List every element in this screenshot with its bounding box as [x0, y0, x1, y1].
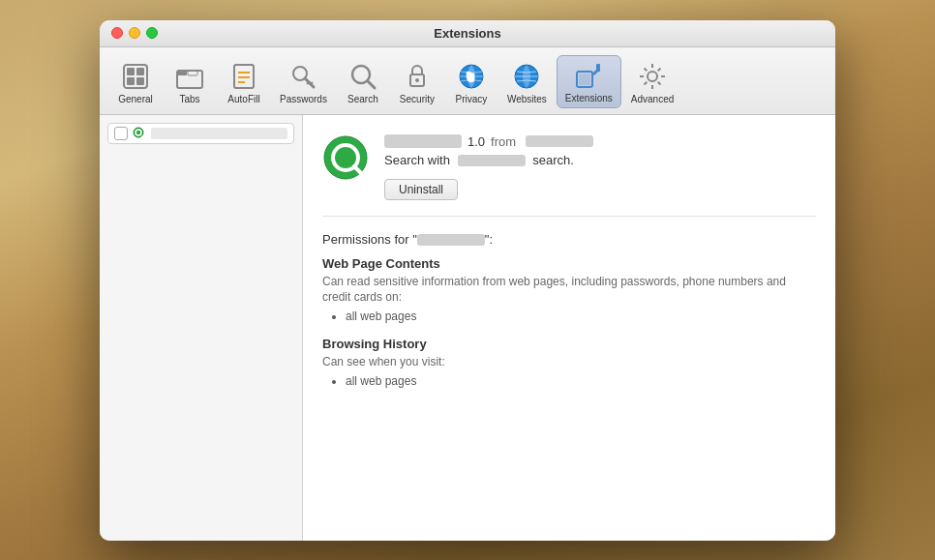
extension-name-blurred [151, 128, 287, 139]
extension-from-label: from [491, 134, 516, 149]
safari-preferences-window: Extensions General [100, 20, 835, 541]
web-page-contents-title: Web Page Contents [322, 256, 816, 271]
autofill-label: AutoFill [227, 94, 259, 104]
svg-rect-6 [177, 71, 187, 75]
browsing-history-desc: Can see when you visit: [322, 354, 816, 370]
search-label: Search [347, 94, 378, 104]
close-button[interactable] [111, 27, 123, 39]
svg-rect-4 [136, 77, 144, 85]
permissions-name-blurred [417, 234, 485, 246]
general-label: General [118, 94, 153, 104]
extension-description: Search with search. [384, 153, 816, 167]
advanced-label: Advanced [631, 94, 674, 104]
extension-header: 1.0 from Search with search. Uninstall [322, 134, 816, 217]
list-item: all web pages [346, 309, 816, 323]
web-page-contents-list: all web pages [322, 309, 816, 323]
list-item: all web pages [346, 374, 816, 388]
tab-search[interactable]: Search [337, 57, 389, 108]
svg-line-32 [645, 68, 648, 71]
browsing-history-list: all web pages [322, 374, 816, 388]
extension-list-item[interactable] [107, 123, 294, 144]
svg-rect-3 [127, 77, 135, 85]
tab-advanced[interactable]: Advanced [623, 57, 681, 108]
permissions-section: Permissions for "": Web Page Contents Ca… [322, 232, 816, 388]
uninstall-button[interactable]: Uninstall [384, 179, 458, 200]
svg-line-38 [142, 136, 145, 139]
autofill-icon [228, 61, 259, 92]
security-label: Security [400, 94, 435, 104]
web-page-contents-group: Web Page Contents Can read sensitive inf… [322, 256, 816, 324]
tab-privacy[interactable]: Privacy [445, 57, 498, 108]
extension-search-icon [132, 126, 147, 141]
privacy-icon [456, 61, 487, 92]
content-area: 1.0 from Search with search. Uninstall P… [100, 115, 835, 541]
permissions-title: Permissions for "": [322, 232, 816, 247]
svg-line-33 [658, 81, 661, 84]
svg-rect-26 [596, 64, 600, 72]
toolbar: General Tabs AutoFill [100, 47, 835, 115]
tabs-icon [174, 61, 205, 92]
general-icon [120, 61, 151, 92]
web-page-contents-desc: Can read sensitive information from web … [322, 274, 816, 307]
tab-general[interactable]: General [109, 57, 162, 108]
tabs-label: Tabs [179, 94, 199, 104]
tab-tabs[interactable]: Tabs [164, 57, 216, 108]
svg-line-35 [658, 68, 661, 71]
extension-name-row: 1.0 from [384, 134, 816, 149]
passwords-icon [287, 61, 318, 92]
extension-from-blurred [526, 135, 593, 147]
svg-point-19 [415, 78, 419, 82]
tab-passwords[interactable]: Passwords [272, 57, 335, 108]
extension-name-blurred [384, 134, 462, 148]
svg-rect-25 [579, 74, 590, 85]
tab-websites[interactable]: Websites [499, 57, 555, 108]
passwords-label: Passwords [280, 94, 327, 104]
privacy-label: Privacy [456, 94, 488, 104]
extension-version: 1.0 [468, 134, 485, 149]
svg-line-34 [645, 81, 648, 84]
window-title: Extensions [434, 26, 500, 41]
svg-line-17 [368, 81, 375, 88]
tab-autofill[interactable]: AutoFill [218, 57, 270, 108]
traffic-lights [111, 27, 158, 39]
extension-icon [322, 134, 369, 181]
advanced-icon [637, 61, 668, 92]
extension-info: 1.0 from Search with search. Uninstall [384, 134, 816, 200]
tab-extensions[interactable]: Extensions [557, 55, 621, 108]
extension-detail-panel: 1.0 from Search with search. Uninstall P… [303, 115, 835, 541]
websites-label: Websites [507, 94, 547, 104]
extensions-icon [573, 60, 604, 91]
minimize-button[interactable] [129, 27, 140, 39]
security-icon [402, 61, 433, 92]
search-toolbar-icon [347, 61, 378, 92]
svg-rect-2 [136, 68, 144, 75]
maximize-button[interactable] [146, 27, 158, 39]
titlebar: Extensions [100, 20, 835, 47]
svg-rect-1 [127, 68, 135, 75]
extension-checkbox[interactable] [114, 127, 128, 140]
websites-icon [511, 61, 542, 92]
browsing-history-group: Browsing History Can see when you visit:… [322, 337, 816, 388]
extension-name-inline-blurred [458, 155, 526, 166]
browsing-history-title: Browsing History [322, 337, 816, 351]
svg-point-27 [648, 72, 657, 81]
tab-security[interactable]: Security [391, 57, 443, 108]
extensions-label: Extensions [565, 93, 613, 103]
extensions-sidebar [100, 115, 303, 541]
